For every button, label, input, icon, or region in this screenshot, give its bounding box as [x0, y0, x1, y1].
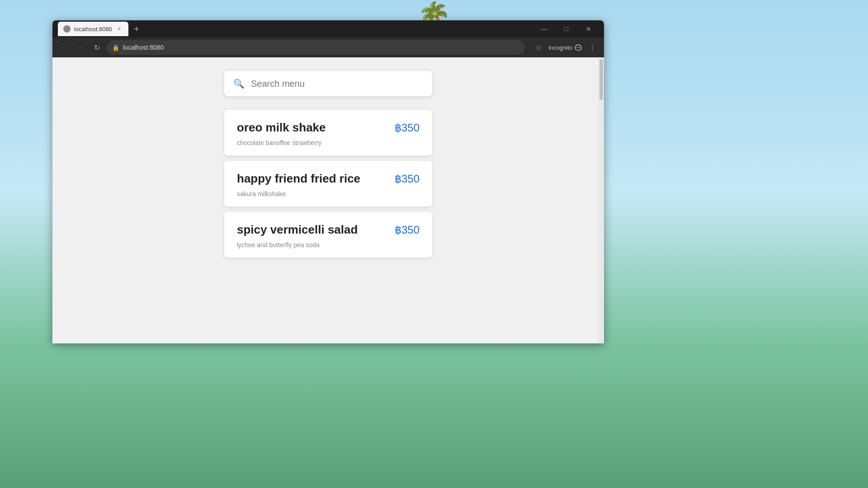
title-bar: localhost:8080 × + — □ ✕	[52, 20, 604, 38]
browser-window: localhost:8080 × + — □ ✕ ← → ↻ 🔒 localho…	[52, 20, 604, 343]
maximize-button[interactable]: □	[556, 23, 576, 35]
refresh-button[interactable]: ↻	[90, 41, 103, 54]
search-input[interactable]	[251, 79, 423, 89]
favorite-button[interactable]: ☆	[532, 41, 545, 54]
active-tab[interactable]: localhost:8080 ×	[58, 22, 128, 36]
address-right-actions: ☆ Incognito ⋮	[532, 41, 599, 54]
back-button[interactable]: ←	[58, 41, 71, 54]
menu-item-2-desc: sakura milkshake	[237, 190, 420, 197]
tab-favicon	[63, 25, 71, 33]
window-controls: — □ ✕	[534, 23, 599, 35]
scrollbar-track[interactable]	[599, 57, 604, 343]
menu-item-2-name: happy friend fried rice	[237, 172, 360, 186]
incognito-badge: Incognito	[548, 43, 582, 52]
menu-item-3-name: spicy vermicelli salad	[237, 223, 358, 237]
menu-item-1-price: ฿350	[395, 122, 420, 134]
forward-button[interactable]: →	[74, 41, 87, 54]
menu-item-3: spicy vermicelli salad ฿350 lychee and b…	[224, 212, 432, 258]
address-url: localhost:8080	[123, 44, 164, 51]
address-bar: ← → ↻ 🔒 localhost:8080 ☆ Incognito ⋮	[52, 38, 604, 57]
search-icon: 🔍	[233, 78, 245, 89]
menu-item-2-header: happy friend fried rice ฿350	[237, 172, 420, 186]
menu-item-2-price: ฿350	[395, 173, 420, 185]
menu-item-1-desc: chocolate banoffee strawberry	[237, 139, 420, 146]
svg-point-4	[579, 47, 580, 48]
search-container: 🔍	[224, 71, 432, 96]
tab-close-button[interactable]: ×	[116, 25, 123, 33]
more-button[interactable]: ⋮	[586, 41, 599, 54]
minimize-button[interactable]: —	[534, 23, 554, 35]
menu-item-3-header: spicy vermicelli salad ฿350	[237, 223, 420, 237]
secure-icon: 🔒	[112, 44, 119, 51]
scrollbar-thumb[interactable]	[599, 59, 603, 100]
incognito-label: Incognito	[548, 44, 572, 51]
menu-item-2: happy friend fried rice ฿350 sakura milk…	[224, 161, 432, 206]
close-button[interactable]: ✕	[578, 23, 599, 35]
tab-area: localhost:8080 × +	[58, 22, 530, 36]
search-box: 🔍	[224, 71, 432, 96]
menu-item-3-desc: lychee and butterfly pea soda	[237, 241, 420, 249]
tab-title: localhost:8080	[74, 26, 112, 33]
menu-item-1-name: oreo milk shake	[237, 121, 326, 135]
address-field[interactable]: 🔒 localhost:8080	[107, 40, 525, 55]
svg-point-3	[577, 47, 578, 48]
menu-item-3-price: ฿350	[395, 224, 420, 236]
menu-items-list: oreo milk shake ฿350 chocolate banoffee …	[224, 110, 432, 263]
new-tab-button[interactable]: +	[130, 23, 143, 35]
menu-item-1: oreo milk shake ฿350 chocolate banoffee …	[224, 110, 432, 155]
page-content: 🔍 oreo milk shake ฿350 chocolate banoffe…	[52, 57, 604, 343]
menu-item-1-header: oreo milk shake ฿350	[237, 121, 420, 135]
